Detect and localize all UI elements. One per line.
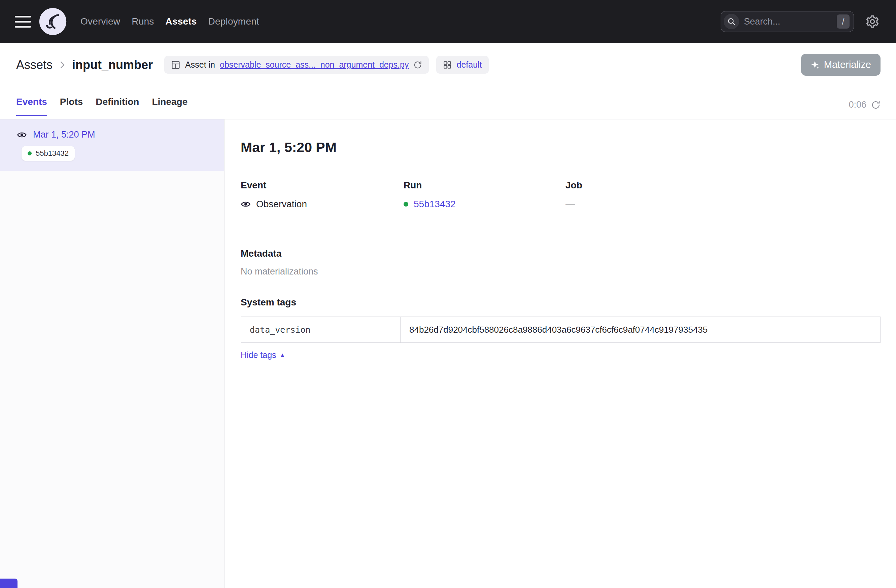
tab-bar: Events Plots Definition Lineage 0:06 [0,97,896,116]
system-tags-table: data_version 84b26d7d9204cbf588026c8a988… [241,316,881,343]
metadata-empty-state: No materializations [241,266,881,277]
hamburger-menu-icon[interactable] [15,16,31,27]
tag-key-cell: data_version [241,317,401,343]
toast-fragment [0,579,17,588]
nav-assets[interactable]: Assets [165,16,197,27]
tab-plots[interactable]: Plots [60,97,83,116]
run-status-dot [27,151,32,155]
event-list-item[interactable]: Mar 1, 5:20 PM 55b13432 [0,119,224,171]
page-title: input_number [72,58,153,72]
sparkle-icon [811,61,819,69]
asset-chip-prefix: Asset in [185,60,215,70]
divider [241,232,881,232]
event-column: Event Observation [241,180,404,210]
hide-tags-label: Hide tags [241,350,276,360]
system-tags-heading: System tags [241,297,881,308]
group-default-link[interactable]: default [456,60,482,70]
tab-events[interactable]: Events [16,97,47,116]
table-icon [171,60,180,70]
table-row: data_version 84b26d7d9204cbf588026c8a988… [241,317,881,343]
primary-nav: Overview Runs Assets Deployment [81,16,259,27]
run-column: Run 55b13432 [404,180,565,210]
event-detail-title: Mar 1, 5:20 PM [241,140,881,155]
asset-definition-file-link[interactable]: observable_source_ass..._non_argument_de… [220,60,409,70]
events-sidebar: Mar 1, 5:20 PM 55b13432 [0,119,224,588]
chevron-right-icon [57,60,67,70]
page-header: Assets input_number Asset in observable_… [0,43,896,119]
event-type-value: Observation [256,199,307,210]
app-root: Overview Runs Assets Deployment / [0,0,896,588]
event-timestamp: Mar 1, 5:20 PM [33,129,95,140]
search-shortcut-badge: / [837,14,850,29]
tab-lineage[interactable]: Lineage [152,97,187,116]
refresh-icon[interactable] [413,61,422,69]
eye-icon [241,199,251,209]
caret-up-icon: ▲ [280,352,285,358]
run-status-dot [404,202,408,207]
top-navbar: Overview Runs Assets Deployment / [0,0,896,43]
content-area: Mar 1, 5:20 PM 55b13432 Mar 1, 5:20 PM E… [0,119,896,588]
tab-definition[interactable]: Definition [96,97,139,116]
job-column: Job — [565,180,881,210]
breadcrumb-assets-link[interactable]: Assets [16,58,52,72]
run-id-link[interactable]: 55b13432 [414,199,456,210]
nav-overview[interactable]: Overview [81,16,120,27]
metadata-heading: Metadata [241,248,881,259]
event-column-label: Event [241,180,404,191]
refresh-icon[interactable] [871,100,881,109]
materialize-button[interactable]: Materialize [801,54,881,76]
divider [241,165,881,165]
event-detail-panel: Mar 1, 5:20 PM Event Observation [224,119,896,588]
dagster-logo[interactable] [39,8,67,36]
event-summary-columns: Event Observation Run [241,180,881,210]
search-icon [724,14,739,29]
run-id-badge-label: 55b13432 [36,149,69,158]
materialize-button-label: Materialize [824,59,871,70]
run-id-badge: 55b13432 [21,146,75,161]
nav-runs[interactable]: Runs [132,16,154,27]
nav-deployment[interactable]: Deployment [208,16,259,27]
refresh-countdown: 0:06 [849,100,866,110]
search-input[interactable] [744,17,832,27]
asset-definition-chip: Asset in observable_source_ass..._non_ar… [164,56,429,74]
job-value: — [565,199,575,210]
job-column-label: Job [565,180,881,191]
tag-value-cell: 84b26d7d9204cbf588026c8a9886d403a6c9637c… [401,317,881,343]
group-chip: default [436,56,488,74]
global-search[interactable]: / [721,11,854,32]
group-grid-icon [443,61,452,69]
eye-icon [17,130,27,140]
run-column-label: Run [404,180,565,191]
gear-icon[interactable] [866,14,879,29]
hide-tags-link[interactable]: Hide tags ▲ [241,350,285,360]
